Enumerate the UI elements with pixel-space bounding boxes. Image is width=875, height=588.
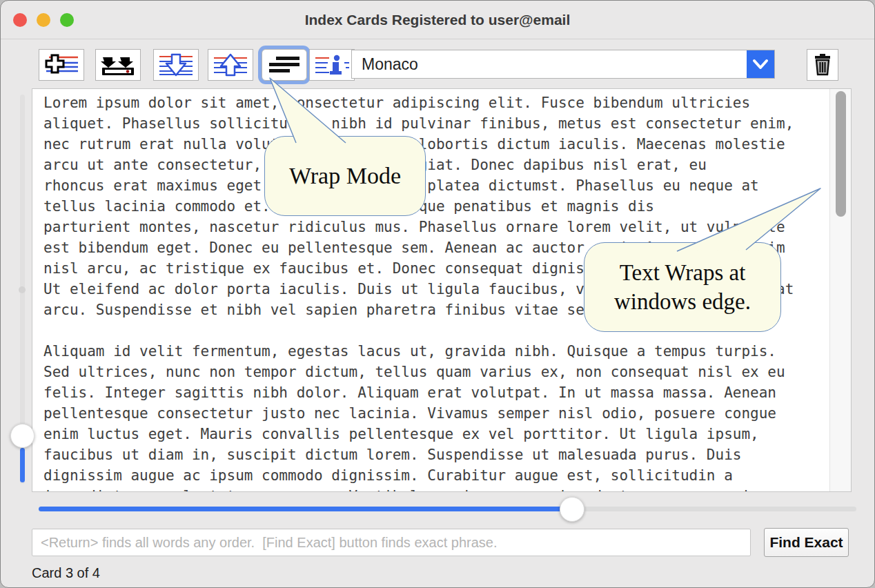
move-card-down-button[interactable] bbox=[153, 49, 199, 81]
trash-icon bbox=[813, 54, 832, 76]
status-text: Card 3 of 4 bbox=[32, 565, 100, 581]
text-wrap-callout: Text Wraps at windows edge. bbox=[584, 242, 781, 332]
left-slider-fill bbox=[20, 448, 25, 482]
font-select[interactable]: Monaco bbox=[351, 50, 775, 79]
vertical-scrollbar[interactable] bbox=[829, 89, 851, 491]
left-slider-tick bbox=[19, 286, 26, 293]
search-input[interactable] bbox=[32, 529, 751, 556]
find-exact-button[interactable]: Find Exact bbox=[764, 528, 849, 557]
save-cards-button[interactable] bbox=[95, 49, 141, 81]
down-arrow-icon bbox=[157, 52, 195, 77]
info-icon bbox=[313, 52, 351, 77]
add-card-icon bbox=[42, 52, 81, 77]
wrap-lines-icon bbox=[265, 52, 304, 77]
wrap-mode-button[interactable] bbox=[262, 49, 307, 81]
save-icon bbox=[99, 52, 137, 77]
titlebar: Index Cards Registered to user@email bbox=[1, 1, 874, 39]
wrap-mode-callout: Wrap Mode bbox=[264, 136, 426, 216]
card-slider-fill bbox=[39, 507, 572, 511]
left-slider-thumb[interactable] bbox=[10, 424, 35, 448]
window-title: Index Cards Registered to user@email bbox=[1, 12, 874, 28]
delete-card-button[interactable] bbox=[807, 49, 838, 81]
vertical-scrollbar-thumb[interactable] bbox=[836, 91, 846, 217]
add-card-button[interactable] bbox=[39, 49, 84, 81]
card-slider-thumb[interactable] bbox=[560, 497, 584, 522]
font-select-dropdown-button[interactable] bbox=[747, 50, 774, 78]
chevron-down-icon bbox=[750, 55, 771, 73]
move-card-up-button[interactable] bbox=[208, 49, 253, 81]
app-window: Index Cards Registered to user@email bbox=[0, 0, 875, 588]
up-arrow-icon bbox=[211, 52, 250, 77]
card-info-button[interactable] bbox=[309, 49, 355, 81]
font-select-value: Monaco bbox=[362, 55, 418, 74]
